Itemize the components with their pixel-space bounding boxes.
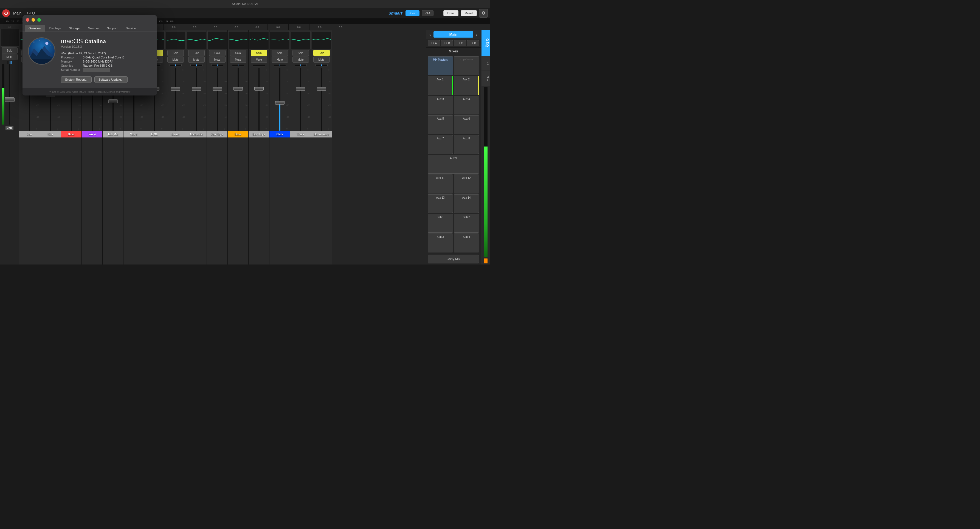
gear-button[interactable]: ⚙ bbox=[479, 9, 488, 18]
aux5-button[interactable]: Aux 5 bbox=[428, 115, 453, 134]
serial-value bbox=[83, 68, 110, 72]
fader-handle-ch14[interactable] bbox=[296, 87, 305, 91]
solo-button-ch8[interactable]: Solo bbox=[167, 50, 184, 56]
window-minimize-button[interactable] bbox=[32, 18, 35, 22]
mute-button-ch12[interactable]: Mute bbox=[251, 57, 267, 62]
sub3-button[interactable]: Sub 3 bbox=[428, 234, 453, 252]
master-mute-button[interactable]: Mute bbox=[2, 54, 18, 60]
copy-paste-button[interactable]: Copy/Paste bbox=[454, 56, 479, 75]
fader-ch13[interactable]: ∞-50-30-20-100 bbox=[269, 68, 290, 131]
fader-handle-ch13[interactable] bbox=[275, 101, 285, 105]
channel-label-ch15: Botto...nare bbox=[314, 133, 329, 136]
solo-button-ch11[interactable]: Solo bbox=[230, 50, 247, 56]
mute-button-ch15[interactable]: Mute bbox=[313, 57, 330, 62]
fx-c-button[interactable]: FX C bbox=[454, 40, 466, 46]
fader-ch12[interactable]: ∞-50-30-20-100 bbox=[248, 68, 269, 131]
fader-handle-ch5[interactable] bbox=[108, 99, 118, 103]
aux12-button[interactable]: Aux 12 bbox=[454, 175, 479, 193]
solo-button-ch13[interactable]: Solo bbox=[272, 50, 288, 56]
power-button[interactable]: ⏻ bbox=[2, 10, 10, 17]
channel-label-ch13: Click bbox=[277, 133, 283, 136]
sub1-button[interactable]: Sub 1 bbox=[428, 214, 453, 233]
software-update-button[interactable]: Software Update... bbox=[94, 76, 127, 83]
geq-side-label: GEQ bbox=[482, 30, 490, 56]
mute-button-ch10[interactable]: Mute bbox=[209, 57, 226, 62]
eq-display-ch14 bbox=[291, 31, 310, 49]
fader-ch9[interactable]: ∞-50-30-20-100 bbox=[186, 68, 207, 131]
tab-displays[interactable]: Displays bbox=[46, 25, 65, 32]
tab-storage[interactable]: Storage bbox=[65, 25, 83, 32]
solo-button-ch12[interactable]: Solo bbox=[251, 50, 267, 56]
fader-ch14[interactable]: ∞-50-30-20-100 bbox=[290, 68, 311, 131]
aux2-button[interactable]: Aux 2 bbox=[454, 76, 479, 95]
fader-ch8[interactable]: ∞-50-30-20-100 bbox=[165, 68, 186, 131]
sub2-button[interactable]: Sub 2 bbox=[454, 214, 479, 233]
nav-main-label[interactable]: Main bbox=[433, 31, 473, 38]
app-title: StudioLive 32.4.2AI bbox=[232, 2, 258, 5]
sysinfo-footer: ™ and © 1983-2020 Apple Inc. All Rights … bbox=[22, 88, 157, 96]
solo-button-ch15[interactable]: Solo bbox=[313, 50, 330, 56]
sysinfo-details: macOS Catalina Version 10.15.3 iMac (Ret… bbox=[61, 37, 151, 83]
aux13-button[interactable]: Aux 13 bbox=[428, 194, 453, 213]
rta-button[interactable]: RTA bbox=[422, 10, 433, 16]
channel-label-ch11: Bass bbox=[235, 133, 242, 136]
mute-button-ch13[interactable]: Mute bbox=[272, 57, 288, 62]
channel-label-ch14: Track bbox=[297, 133, 304, 136]
tab-support[interactable]: Support bbox=[103, 25, 121, 32]
aux7-button[interactable]: Aux 7 bbox=[428, 135, 453, 154]
mute-button-ch11[interactable]: Mute bbox=[230, 57, 247, 62]
fader-handle-ch9[interactable] bbox=[192, 87, 201, 91]
sub4-button[interactable]: Sub 4 bbox=[454, 234, 479, 252]
aux6-button[interactable]: Aux 6 bbox=[454, 115, 479, 134]
fader-handle-ch8[interactable] bbox=[171, 87, 180, 91]
fader-ch15[interactable]: ∞-50-30-20-100 bbox=[311, 68, 332, 131]
window-zoom-button[interactable] bbox=[37, 18, 41, 22]
fader-handle-ch11[interactable] bbox=[234, 87, 243, 91]
eq-display-ch15 bbox=[312, 31, 331, 49]
window-close-button[interactable] bbox=[26, 18, 29, 22]
fader-handle-ch12[interactable] bbox=[255, 87, 264, 91]
master-solo-button[interactable]: Solo bbox=[2, 48, 18, 54]
solo-button-ch14[interactable]: Solo bbox=[293, 50, 309, 56]
fader-ch11[interactable]: ∞-50-30-20-100 bbox=[228, 68, 248, 131]
mute-button-ch8[interactable]: Mute bbox=[167, 57, 184, 62]
channel-ch9: SoloMute∞-50-30-20-100Accoustic bbox=[186, 30, 207, 264]
tab-memory[interactable]: Memory bbox=[84, 25, 103, 32]
fx-a-button[interactable]: FX A bbox=[428, 40, 440, 46]
fx-b-button[interactable]: FX B bbox=[441, 40, 453, 46]
fader-ch10[interactable]: ∞-50-30-20-100 bbox=[207, 68, 228, 131]
aux4-button[interactable]: Aux 4 bbox=[454, 96, 479, 115]
fader-handle-ch15[interactable] bbox=[317, 87, 326, 91]
channel-ch12: SoloMute∞-50-30-20-100Bev Keys bbox=[248, 30, 269, 264]
tab-service[interactable]: Service bbox=[122, 25, 140, 32]
tab-overview[interactable]: Overview bbox=[25, 25, 45, 32]
scn-side-label[interactable]: Scn bbox=[482, 71, 490, 86]
aux9-button[interactable]: Aux 9 bbox=[428, 155, 479, 174]
aux3-button[interactable]: Aux 3 bbox=[428, 96, 453, 115]
solo-button-ch9[interactable]: Solo bbox=[188, 50, 205, 56]
copy-mix-button[interactable]: Copy Mix bbox=[428, 255, 479, 263]
mix-masters-button[interactable]: Mix Masters bbox=[428, 56, 453, 75]
aux1-button[interactable]: Aux 1 bbox=[428, 76, 453, 95]
system-report-button[interactable]: System Report... bbox=[61, 76, 92, 83]
eq-display-ch10 bbox=[207, 31, 227, 49]
draw-button[interactable]: Draw bbox=[443, 10, 459, 16]
aux14-button[interactable]: Aux 14 bbox=[454, 194, 479, 213]
channel-label-ch7: E Gtr bbox=[151, 133, 158, 136]
channel-label-ch9: Accoustic bbox=[190, 133, 203, 136]
fx-d-button[interactable]: FX D bbox=[467, 40, 479, 46]
mute-button-ch14[interactable]: Mute bbox=[293, 57, 309, 62]
master-channel-label: Jon bbox=[0, 124, 18, 131]
master-meter bbox=[484, 87, 488, 257]
reset-button[interactable]: Reset bbox=[461, 10, 477, 16]
mute-button-ch9[interactable]: Mute bbox=[188, 57, 205, 62]
channel-label-ch12: Bev Keys bbox=[253, 133, 265, 136]
nav-back-button[interactable]: ‹ bbox=[428, 32, 433, 38]
aux8-button[interactable]: Aux 8 bbox=[454, 135, 479, 154]
solo-button-ch10[interactable]: Solo bbox=[209, 50, 226, 56]
nav-forward-button[interactable]: › bbox=[474, 32, 479, 38]
aux11-button[interactable]: Aux 11 bbox=[428, 175, 453, 193]
fader-handle-ch10[interactable] bbox=[213, 87, 222, 91]
fx-side-label[interactable]: FX bbox=[482, 56, 490, 71]
spect-button[interactable]: Spect bbox=[406, 10, 419, 16]
